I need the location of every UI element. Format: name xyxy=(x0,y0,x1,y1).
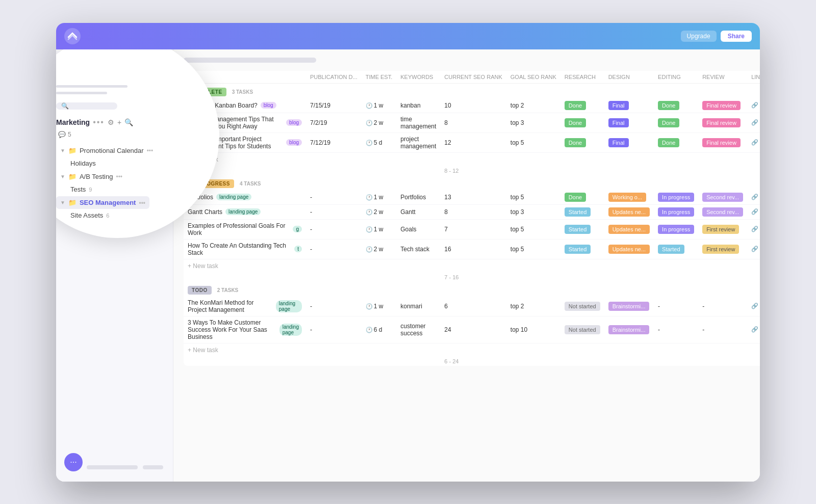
promotional-dots[interactable]: ••• xyxy=(147,147,154,154)
table-row[interactable]: How To Create An Outstanding Tech Stack … xyxy=(184,239,760,259)
table-row[interactable]: Gantt Charts landing page - 🕐2 w Gantt 8… xyxy=(184,204,760,219)
design-cell: Brainstormi... xyxy=(604,316,654,343)
table-row[interactable]: What is a Kanban Board? blog 7/15/19 🕐1 … xyxy=(184,98,760,113)
design-cell: Final xyxy=(604,132,654,152)
pub-date-cell: - xyxy=(306,239,362,259)
col-header-design: DESIGN xyxy=(604,71,654,84)
share-button[interactable]: Share xyxy=(721,31,752,42)
pub-date-cell: - xyxy=(306,219,362,239)
review-cell: Second rev... xyxy=(698,204,747,219)
range-rest xyxy=(560,166,760,175)
keywords-cell: Gantt xyxy=(396,204,440,219)
task-name-cell[interactable]: Gantt Charts landing page xyxy=(184,204,306,219)
link-cell[interactable]: 🔗 clickup.com xyxy=(747,239,760,259)
table-row[interactable]: Portfolios landing page - 🕐1 w Portfolio… xyxy=(184,190,760,205)
task-count: 2 TASKS xyxy=(217,287,239,293)
new-task-row[interactable]: + New task xyxy=(184,259,760,273)
cur-seo-cell: 12 xyxy=(440,132,506,152)
new-task-cell[interactable]: + New task xyxy=(184,152,760,166)
research-cell: Done xyxy=(560,132,604,152)
task-name-cell[interactable]: Examples of Professional Goals For Work … xyxy=(184,219,306,239)
editing-cell: Done xyxy=(654,113,698,132)
sidebar-item-promotional-calendar[interactable]: ▼ 📁 Promotional Calendar ••• xyxy=(56,144,157,157)
ab-dots[interactable]: ••• xyxy=(116,173,122,180)
gear-icon[interactable]: ⚙ xyxy=(108,118,114,126)
task-count: 3 TASKS xyxy=(232,89,253,95)
link-icon: 🔗 xyxy=(751,208,758,215)
sidebar-label-tests: Tests xyxy=(70,185,86,193)
task-name-cell[interactable]: 3 Ways To Make Customer Success Work For… xyxy=(184,316,306,343)
goal-seo-cell: top 5 xyxy=(506,132,560,152)
range-date xyxy=(306,166,362,175)
sidebar-label-promotional: Promotional Calendar xyxy=(80,147,144,154)
col-header-time: TIME EST. xyxy=(362,71,397,84)
range-rest xyxy=(560,273,760,282)
editing-cell: Started xyxy=(654,239,698,259)
table-row[interactable]: Examples of Professional Goals For Work … xyxy=(184,219,760,239)
new-task-row[interactable]: + New task xyxy=(184,343,760,357)
top-bar-actions: Upgrade Share xyxy=(681,31,752,42)
range-time xyxy=(362,273,397,282)
sidebar-item-ab-testing[interactable]: ▼ 📁 A/B Testing ••• xyxy=(56,170,126,183)
app-logo xyxy=(64,28,81,44)
seo-dots[interactable]: ••• xyxy=(139,199,145,206)
search-icon[interactable]: 🔍 xyxy=(124,118,133,126)
task-name-cell[interactable]: How To Create An Outstanding Tech Stack … xyxy=(184,239,306,259)
link-cell[interactable]: 🔗 clickup.com xyxy=(747,132,760,152)
sidebar-item-site-assets[interactable]: Site Assets 6 xyxy=(56,209,113,222)
cur-seo-cell: 6 xyxy=(440,297,506,316)
table-row[interactable]: 10 Time Management Tips That Can Help Yo… xyxy=(184,113,760,132)
sidebar-bottom-bar2 xyxy=(143,465,163,469)
col-header-link: LINK xyxy=(747,71,760,84)
workspace-dots: ••• xyxy=(93,118,105,127)
chat-bubble[interactable]: ··· xyxy=(64,453,83,471)
plus-icon[interactable]: + xyxy=(117,118,121,126)
pub-date-cell: 7/12/19 xyxy=(306,132,362,152)
table-row[interactable]: The KonMari Method for Project Managemen… xyxy=(184,297,760,316)
time-est-cell: 🕐1 w xyxy=(362,190,397,205)
new-task-row[interactable]: + New task xyxy=(184,152,760,166)
upgrade-button[interactable]: Upgrade xyxy=(681,31,717,42)
design-cell: Final xyxy=(604,113,654,132)
col-header-research: RESEARCH xyxy=(560,71,604,84)
sidebar: 🔍 Marketing ••• ⚙ + 🔍 💬 5 xyxy=(56,49,173,482)
link-cell[interactable]: 🔗 clickup.com xyxy=(747,190,760,205)
table-row[interactable]: 3 Ways To Make Customer Success Work For… xyxy=(184,316,760,343)
research-cell: Started xyxy=(560,239,604,259)
sidebar-item-holidays[interactable]: Holidays xyxy=(56,157,100,170)
link-cell[interactable]: 🔗 clickup.com xyxy=(747,98,760,113)
range-rest xyxy=(560,357,760,366)
range-name xyxy=(184,273,306,282)
placeholder-bar-2 xyxy=(56,92,107,94)
sidebar-item-tests[interactable]: Tests 9 xyxy=(56,183,96,196)
editing-cell: In progress xyxy=(654,190,698,205)
range-row: 6 - 24 xyxy=(184,357,760,366)
time-est-cell: 🕐5 d xyxy=(362,132,397,152)
design-cell: Updates ne... xyxy=(604,219,654,239)
sidebar-label-seo: SEO Management xyxy=(80,199,136,206)
folder-icon-2: 📁 xyxy=(68,173,76,180)
design-cell: Updates ne... xyxy=(604,239,654,259)
pub-date-cell: 7/15/19 xyxy=(306,98,362,113)
link-cell[interactable]: 🔗 clickup.com xyxy=(747,297,760,316)
search-placeholder: 🔍 xyxy=(56,102,117,110)
link-icon: 🔗 xyxy=(751,226,758,232)
link-cell[interactable]: 🔗 clickup.com xyxy=(747,316,760,343)
range-seo: 8 - 12 xyxy=(440,166,560,175)
new-task-cell[interactable]: + New task xyxy=(184,343,760,357)
sidebar-item-seo-management[interactable]: ▼ 📁 SEO Management ••• xyxy=(56,196,149,209)
table-row[interactable]: The Most Important Project Management Ti… xyxy=(184,132,760,152)
range-kw xyxy=(396,357,440,366)
link-cell[interactable]: 🔗 clickup.com xyxy=(747,113,760,132)
task-name-cell[interactable]: The KonMari Method for Project Managemen… xyxy=(184,297,306,316)
link-cell[interactable]: 🔗 clickup.com xyxy=(747,219,760,239)
task-tag: landing page xyxy=(225,208,261,215)
link-cell[interactable]: 🔗 clickup.com xyxy=(747,204,760,219)
tests-count: 9 xyxy=(89,187,92,193)
research-cell: Done xyxy=(560,113,604,132)
design-cell: Updates ne... xyxy=(604,204,654,219)
keywords-cell: Portfolios xyxy=(396,190,440,205)
goal-seo-cell: top 5 xyxy=(506,219,560,239)
new-task-cell[interactable]: + New task xyxy=(184,259,760,273)
design-cell: Final xyxy=(604,98,654,113)
